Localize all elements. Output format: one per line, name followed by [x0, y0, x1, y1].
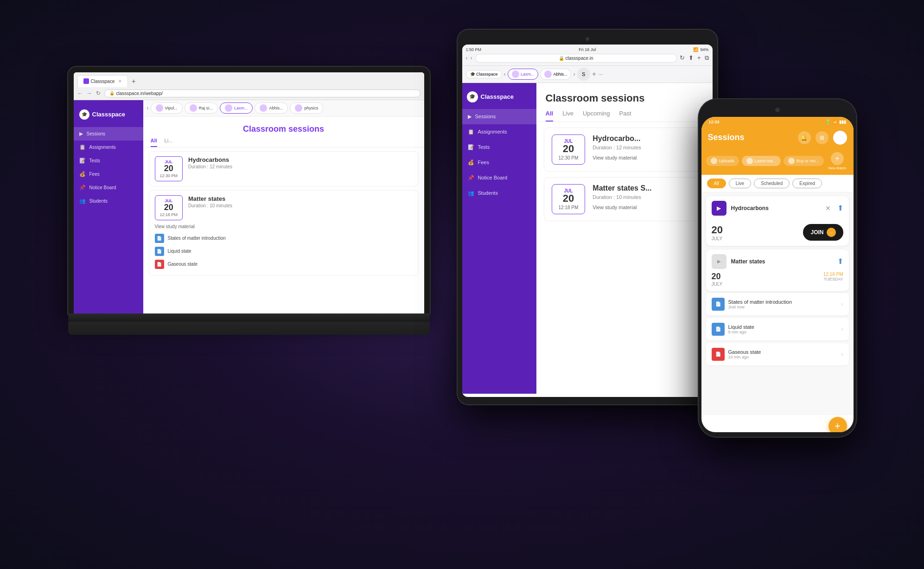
tablet-sessions-list: JUL 20 12:30 PM Hydrocarbo... Duration :… — [536, 122, 713, 394]
new-tab-btn[interactable]: + — [129, 77, 138, 85]
back-btn[interactable]: ← — [77, 90, 83, 96]
refresh-btn[interactable]: ↻ — [96, 90, 101, 96]
material-files-2: 📄 States of matter introduction 📄 Liquid… — [155, 232, 413, 271]
tablet-s2-material-link[interactable]: View study material — [593, 205, 697, 210]
sidebar-item-sessions[interactable]: ▶ Sessions — [74, 127, 143, 141]
mobile-fab-btn[interactable]: + — [828, 417, 847, 432]
sidebar-item-tests[interactable]: 📝 Tests — [74, 154, 143, 167]
tablet-screen: 1:50 PM Fri 16 Jul 📶 94% ‹ › 🔒 classspac… — [462, 45, 713, 397]
mobile-filter-live[interactable]: Live — [729, 179, 751, 188]
tabs-icon[interactable]: ⧉ — [705, 54, 709, 62]
tablet-prev-user[interactable]: ‹ — [504, 70, 506, 77]
mobile-s1-close[interactable]: ✕ — [825, 205, 831, 212]
browser-tab-active[interactable]: Classspace ✕ — [77, 75, 128, 87]
mobile-chip-uploads[interactable]: Uploads — [706, 156, 739, 166]
tablet-tab-past[interactable]: Past — [619, 110, 631, 121]
tablet-avatar-abhis — [544, 70, 552, 78]
mobile-s2-time-info: 12:18 PM TUESDAY — [823, 272, 843, 281]
tablet-add-user[interactable]: + — [592, 70, 596, 78]
add-tab-icon[interactable]: + — [697, 54, 701, 62]
mobile-material-gaseous-left: 📄 Gaseous state 10 min ago — [712, 348, 761, 361]
tablet-logo-tab: 🎓 Classspace — [466, 70, 502, 78]
share-icon[interactable]: ⬆ — [688, 54, 694, 62]
wifi-icon: 📶 — [693, 47, 698, 52]
mobile-grid-btn[interactable]: ⊞ — [816, 131, 828, 144]
mobile-join-btn[interactable]: JOIN → — [803, 224, 843, 241]
user-tab-vipul[interactable]: Vipul... — [151, 102, 183, 114]
tests-label: Tests — [89, 158, 100, 163]
tablet-s2-day: 20 — [559, 193, 579, 204]
material-file-3[interactable]: 📄 Gaseous state — [155, 258, 413, 271]
mobile-chip-buy[interactable]: Buy or mo... — [784, 156, 824, 166]
mobile-new-batch-btn[interactable]: + New Batch — [828, 152, 847, 170]
tablet-user-laxm[interactable]: Laxm... — [508, 69, 539, 80]
mobile-user-avatar[interactable] — [833, 131, 847, 145]
tab-live[interactable]: Li... — [165, 138, 173, 147]
tablet-nav-notice[interactable]: 📌 Notice Board — [462, 170, 536, 185]
mobile-app-title: Sessions — [708, 133, 745, 142]
tablet-nav-tests[interactable]: 📝 Tests — [462, 140, 536, 155]
mobile-header-icons: 🔔 ⊞ — [798, 131, 847, 145]
tablet-url-bar[interactable]: 🔒 classspace.in — [475, 54, 677, 63]
tablet-nav-fees[interactable]: 💰 Fees — [462, 155, 536, 170]
mobile-s2-upload-icon[interactable]: ⬆ — [837, 257, 843, 266]
mobile-material-gaseous[interactable]: 📄 Gaseous state 10 min ago › — [706, 343, 849, 365]
tablet-user-saideep[interactable]: S — [577, 68, 590, 81]
material-file-2[interactable]: 📄 Liquid state — [155, 245, 413, 258]
mobile-filter-all[interactable]: All — [707, 179, 726, 188]
sidebar-item-assignments[interactable]: 📋 Assignments — [74, 141, 143, 154]
mobile-bell-btn[interactable]: 🔔 — [798, 131, 811, 144]
tablet-date: Fri 16 Jul — [579, 47, 596, 52]
tablet-tests-label: Tests — [478, 144, 490, 150]
tab-all[interactable]: All — [151, 138, 157, 147]
students-icon: 👥 — [79, 198, 86, 204]
laptop-sessions-list: JUL 20 12:30 PM Hydrocarbons Duration : … — [143, 147, 424, 313]
tablet-s1-material-link[interactable]: View study material — [593, 155, 697, 160]
sidebar-item-fees[interactable]: 💰 Fees — [74, 167, 143, 181]
session-1-day: 20 — [160, 164, 178, 173]
tablet-logo: 🎓 Classspace — [462, 89, 536, 109]
avatar-vipul — [156, 104, 163, 112]
user-tab-abhis[interactable]: Abhis... — [255, 102, 288, 114]
user-tab-physics[interactable]: physics — [290, 102, 323, 114]
user-tab-laxm[interactable]: Laxm... — [220, 102, 253, 114]
tablet-user-abhis[interactable]: Abhis... — [540, 69, 571, 80]
mobile-material-liquid[interactable]: 📄 Liquid state 9 min ago › — [706, 318, 849, 340]
sidebar-item-students[interactable]: 👥 Students — [74, 194, 143, 208]
tablet-nav-students[interactable]: 👥 Students — [462, 185, 536, 201]
mobile-s1-upload-icon[interactable]: ⬆ — [837, 204, 843, 212]
tablet-session-1-date: JUL 20 12:30 PM — [552, 134, 586, 165]
chip-uploads-avatar — [711, 158, 717, 164]
tab-close-btn[interactable]: ✕ — [118, 79, 122, 83]
prev-user-btn[interactable]: ‹ — [147, 105, 149, 111]
reload-icon[interactable]: ↻ — [680, 54, 685, 62]
tablet-tab-upcoming[interactable]: Upcoming — [583, 110, 610, 121]
user-tab-raj[interactable]: Raj si... — [185, 102, 218, 114]
tablet-forward-btn[interactable]: › — [471, 55, 472, 61]
tablet-nav-sessions[interactable]: ▶ Sessions — [462, 109, 536, 124]
mobile-session-1: ▶ Hydrocarbons ✕ ⬆ 20 JULY JOIN — [706, 196, 849, 246]
tablet-next-user[interactable]: › — [573, 70, 575, 77]
mobile-filter-scheduled[interactable]: Scheduled — [754, 179, 790, 188]
user-tab-vipul-label: Vipul... — [165, 106, 178, 110]
tablet-back-btn[interactable]: ‹ — [466, 55, 468, 61]
tablet-students-label: Students — [478, 190, 498, 196]
mobile-material-states[interactable]: 📄 States of matter introduction Just now… — [706, 293, 849, 315]
file-label-gaseous: Gaseous state — [168, 262, 198, 267]
view-material-link-2[interactable]: View study material — [155, 224, 413, 229]
tablet-more-users[interactable]: ··· — [598, 70, 603, 77]
tablet-tab-all[interactable]: All — [546, 110, 554, 121]
mobile-filter-expired[interactable]: Expired — [792, 179, 822, 188]
tablet-nav-assignments[interactable]: 📋 Assignments — [462, 124, 536, 140]
tablet-session-card-2: JUL 20 12:18 PM Matter states S... Durat… — [544, 177, 705, 221]
mobile-chip-laxmi[interactable]: Laxmi ma... — [742, 156, 781, 166]
sidebar-item-notice[interactable]: 📌 Notice Board — [74, 181, 143, 194]
forward-btn[interactable]: → — [87, 90, 92, 96]
session-1-duration: Duration : 12 minutes — [188, 164, 412, 169]
url-bar[interactable]: 🔒 classspace.in/webapp/ — [104, 90, 421, 97]
classspace-logo-sm: 🎓 Classspace — [470, 72, 498, 77]
laptop-logo: 🎓 Classspace — [74, 106, 143, 127]
material-file-1[interactable]: 📄 States of matter introduction — [155, 232, 413, 245]
tablet-students-icon: 👥 — [468, 190, 474, 196]
tablet-tab-live[interactable]: Live — [562, 110, 574, 121]
